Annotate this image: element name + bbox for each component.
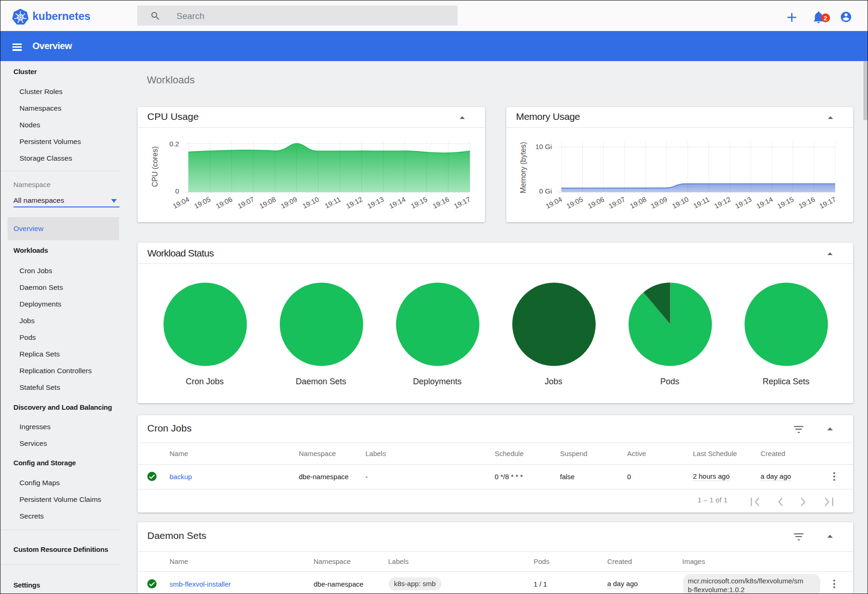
svg-text:19:14: 19:14	[755, 195, 774, 210]
svg-text:19:15: 19:15	[776, 195, 795, 210]
svg-text:Cron Jobs: Cron Jobs	[186, 377, 224, 386]
svg-text:19:14: 19:14	[388, 195, 407, 210]
svg-text:19:15: 19:15	[409, 195, 428, 210]
svg-text:19:12: 19:12	[713, 195, 732, 210]
svg-text:19:16: 19:16	[797, 195, 816, 210]
svg-text:Pods: Pods	[660, 377, 679, 386]
svg-text:19:06: 19:06	[586, 195, 605, 210]
svg-text:19:08: 19:08	[258, 195, 277, 210]
svg-text:19:05: 19:05	[565, 195, 584, 210]
svg-text:19:08: 19:08	[629, 195, 648, 210]
svg-text:Memory (bytes): Memory (bytes)	[519, 142, 527, 193]
svg-text:19:07: 19:07	[236, 195, 255, 210]
svg-text:19:10: 19:10	[671, 195, 690, 210]
svg-text:0 Gi: 0 Gi	[539, 187, 552, 195]
svg-text:19:13: 19:13	[734, 195, 753, 210]
svg-text:19:07: 19:07	[607, 195, 626, 210]
svg-text:19:17: 19:17	[453, 195, 472, 210]
svg-text:Jobs: Jobs	[545, 377, 562, 386]
svg-text:19:09: 19:09	[649, 195, 668, 210]
svg-text:19:16: 19:16	[431, 195, 450, 210]
svg-text:19:12: 19:12	[345, 195, 364, 210]
svg-text:19:09: 19:09	[279, 195, 298, 210]
svg-text:19:05: 19:05	[193, 195, 212, 210]
svg-text:10 Gi: 10 Gi	[535, 143, 552, 150]
svg-text:0.2: 0.2	[170, 140, 179, 148]
svg-text:0: 0	[175, 187, 179, 195]
svg-text:CPU (cores): CPU (cores)	[151, 146, 159, 187]
svg-text:19:13: 19:13	[366, 195, 385, 210]
svg-text:Deployments: Deployments	[413, 377, 461, 386]
svg-text:19:17: 19:17	[818, 195, 837, 210]
svg-text:19:04: 19:04	[544, 195, 563, 210]
svg-text:19:06: 19:06	[214, 195, 233, 210]
svg-text:19:11: 19:11	[692, 195, 711, 210]
svg-text:19:04: 19:04	[171, 195, 190, 210]
svg-text:Daemon Sets: Daemon Sets	[296, 377, 346, 386]
svg-text:19:11: 19:11	[323, 195, 342, 210]
svg-text:Replica Sets: Replica Sets	[762, 377, 809, 386]
svg-text:19:10: 19:10	[301, 195, 320, 210]
